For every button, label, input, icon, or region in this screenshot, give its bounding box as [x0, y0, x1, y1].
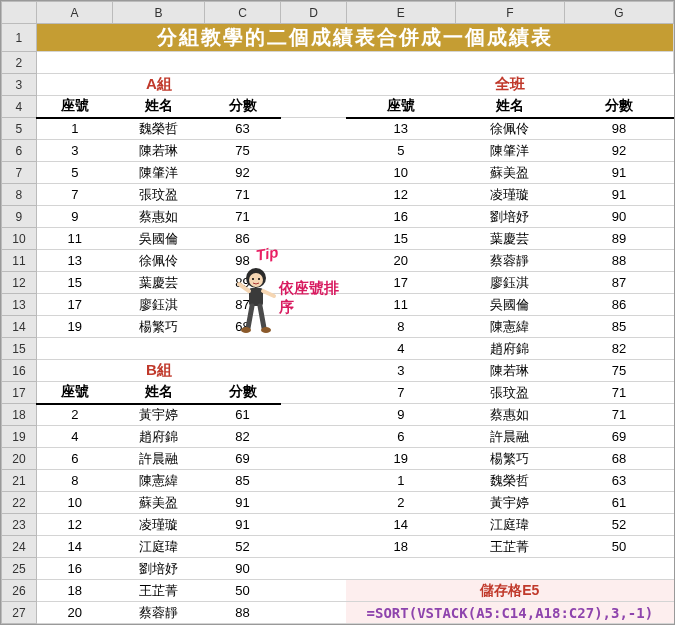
row-header-5[interactable]: 5	[2, 118, 37, 140]
all-name-17[interactable]: 張玟盈	[455, 382, 564, 404]
all-seat-5[interactable]: 13	[346, 118, 455, 140]
cell-D10[interactable]	[281, 228, 346, 250]
cell-D27[interactable]	[281, 602, 346, 624]
row-header-24[interactable]: 24	[2, 536, 37, 558]
b-seat-27[interactable]: 20	[36, 602, 112, 624]
cell-F25[interactable]	[455, 558, 564, 580]
cell-D8[interactable]	[281, 184, 346, 206]
all-seat-13[interactable]: 11	[346, 294, 455, 316]
all-name-9[interactable]: 劉培妤	[455, 206, 564, 228]
cell-D23[interactable]	[281, 514, 346, 536]
row-header-27[interactable]: 27	[2, 602, 37, 624]
all-seat-11[interactable]: 20	[346, 250, 455, 272]
all-seat-21[interactable]: 1	[346, 470, 455, 492]
b-name-24[interactable]: 江庭瑋	[113, 536, 205, 558]
row-header-26[interactable]: 26	[2, 580, 37, 602]
all-score-6[interactable]: 92	[564, 140, 673, 162]
all-name-18[interactable]: 蔡惠如	[455, 404, 564, 426]
cell-D24[interactable]	[281, 536, 346, 558]
b-score-19[interactable]: 82	[204, 426, 280, 448]
all-score-23[interactable]: 52	[564, 514, 673, 536]
cell-B15[interactable]	[113, 338, 205, 360]
cell-D14[interactable]	[281, 316, 346, 338]
all-score-22[interactable]: 61	[564, 492, 673, 514]
a-name-13[interactable]: 廖鈺淇	[113, 294, 205, 316]
all-name-5[interactable]: 徐佩伶	[455, 118, 564, 140]
all-seat-15[interactable]: 4	[346, 338, 455, 360]
cell-D11[interactable]	[281, 250, 346, 272]
b-score-27[interactable]: 88	[204, 602, 280, 624]
cell-D19[interactable]	[281, 426, 346, 448]
b-score-22[interactable]: 91	[204, 492, 280, 514]
b-score-23[interactable]: 91	[204, 514, 280, 536]
b-name-18[interactable]: 黃宇婷	[113, 404, 205, 426]
b-score-20[interactable]: 69	[204, 448, 280, 470]
a-name-14[interactable]: 楊繁巧	[113, 316, 205, 338]
row-header-6[interactable]: 6	[2, 140, 37, 162]
row-header-25[interactable]: 25	[2, 558, 37, 580]
all-score-11[interactable]: 88	[564, 250, 673, 272]
cell-A15[interactable]	[36, 338, 112, 360]
row-header-1[interactable]: 1	[2, 24, 37, 52]
row-header-3[interactable]: 3	[2, 74, 37, 96]
row-header-14[interactable]: 14	[2, 316, 37, 338]
corner-cell[interactable]	[2, 2, 37, 24]
b-name-22[interactable]: 蘇美盈	[113, 492, 205, 514]
a-seat-5[interactable]: 1	[36, 118, 112, 140]
all-name-8[interactable]: 凌瑾璇	[455, 184, 564, 206]
cell-D20[interactable]	[281, 448, 346, 470]
a-score-13[interactable]: 87	[204, 294, 280, 316]
a-name-6[interactable]: 陳若琳	[113, 140, 205, 162]
all-seat-24[interactable]: 18	[346, 536, 455, 558]
b-score-25[interactable]: 90	[204, 558, 280, 580]
cell-D5[interactable]	[281, 118, 346, 140]
cell-D15[interactable]	[281, 338, 346, 360]
all-seat-19[interactable]: 6	[346, 426, 455, 448]
b-seat-23[interactable]: 12	[36, 514, 112, 536]
all-score-5[interactable]: 98	[564, 118, 673, 140]
all-score-20[interactable]: 68	[564, 448, 673, 470]
col-header-E[interactable]: E	[346, 2, 455, 24]
a-seat-7[interactable]: 5	[36, 162, 112, 184]
cell-D16[interactable]	[281, 360, 346, 382]
a-seat-9[interactable]: 9	[36, 206, 112, 228]
all-seat-17[interactable]: 7	[346, 382, 455, 404]
all-score-15[interactable]: 82	[564, 338, 673, 360]
b-name-26[interactable]: 王芷菁	[113, 580, 205, 602]
row-header-9[interactable]: 9	[2, 206, 37, 228]
all-score-17[interactable]: 71	[564, 382, 673, 404]
all-score-19[interactable]: 69	[564, 426, 673, 448]
cell-D21[interactable]	[281, 470, 346, 492]
b-seat-20[interactable]: 6	[36, 448, 112, 470]
a-score-10[interactable]: 86	[204, 228, 280, 250]
a-seat-13[interactable]: 17	[36, 294, 112, 316]
b-name-21[interactable]: 陳憲緯	[113, 470, 205, 492]
row-header-2[interactable]: 2	[2, 52, 37, 74]
a-name-9[interactable]: 蔡惠如	[113, 206, 205, 228]
all-score-14[interactable]: 85	[564, 316, 673, 338]
a-name-11[interactable]: 徐佩伶	[113, 250, 205, 272]
b-seat-24[interactable]: 14	[36, 536, 112, 558]
all-seat-14[interactable]: 8	[346, 316, 455, 338]
a-score-5[interactable]: 63	[204, 118, 280, 140]
a-name-12[interactable]: 葉慶芸	[113, 272, 205, 294]
b-seat-25[interactable]: 16	[36, 558, 112, 580]
cell-D6[interactable]	[281, 140, 346, 162]
all-seat-18[interactable]: 9	[346, 404, 455, 426]
a-name-5[interactable]: 魏榮哲	[113, 118, 205, 140]
a-score-9[interactable]: 71	[204, 206, 280, 228]
a-seat-12[interactable]: 15	[36, 272, 112, 294]
all-name-21[interactable]: 魏榮哲	[455, 470, 564, 492]
cell-D13[interactable]	[281, 294, 346, 316]
a-score-6[interactable]: 75	[204, 140, 280, 162]
all-score-12[interactable]: 87	[564, 272, 673, 294]
cell-G25[interactable]	[564, 558, 673, 580]
b-name-19[interactable]: 趙府錦	[113, 426, 205, 448]
row-header-17[interactable]: 17	[2, 382, 37, 404]
all-seat-23[interactable]: 14	[346, 514, 455, 536]
b-seat-21[interactable]: 8	[36, 470, 112, 492]
cell-D3[interactable]	[281, 74, 346, 96]
all-score-18[interactable]: 71	[564, 404, 673, 426]
all-seat-10[interactable]: 15	[346, 228, 455, 250]
a-seat-14[interactable]: 19	[36, 316, 112, 338]
